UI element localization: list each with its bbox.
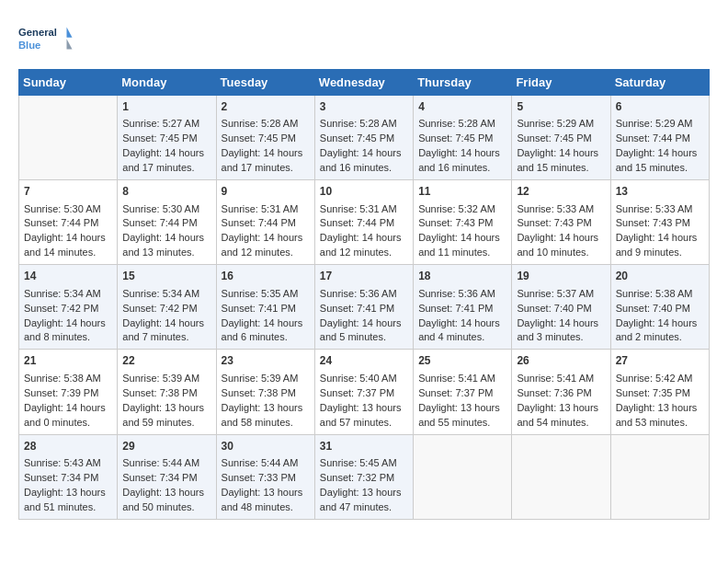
day-info: Sunset: 7:44 PM <box>616 132 704 146</box>
day-info: Sunrise: 5:31 AM <box>320 202 408 217</box>
calendar-cell: 12Sunrise: 5:33 AMSunset: 7:43 PMDayligh… <box>512 180 610 265</box>
day-info: and 54 minutes. <box>517 416 605 431</box>
day-info: and 6 minutes. <box>222 330 310 345</box>
calendar-cell: 9Sunrise: 5:31 AMSunset: 7:44 PMDaylight… <box>216 180 314 265</box>
day-info: and 12 minutes. <box>320 246 408 260</box>
weekday-header: Sunday <box>19 70 118 96</box>
weekday-header: Thursday <box>414 70 512 96</box>
day-info: Sunrise: 5:33 AM <box>517 202 605 217</box>
day-info: and 51 minutes. <box>24 500 112 515</box>
day-number: 4 <box>418 99 506 115</box>
day-info: Sunset: 7:41 PM <box>320 302 408 316</box>
logo: General Blue <box>18 18 74 60</box>
day-info: Sunset: 7:43 PM <box>418 216 506 231</box>
svg-text:General: General <box>18 27 57 38</box>
calendar-cell: 24Sunrise: 5:40 AMSunset: 7:37 PMDayligh… <box>314 350 413 434</box>
day-info: Daylight: 13 hours <box>616 401 704 416</box>
calendar-week-row: 14Sunrise: 5:34 AMSunset: 7:42 PMDayligh… <box>19 265 710 350</box>
calendar-cell: 26Sunrise: 5:41 AMSunset: 7:36 PMDayligh… <box>512 350 610 434</box>
calendar-cell: 16Sunrise: 5:35 AMSunset: 7:41 PMDayligh… <box>216 265 314 350</box>
day-info: and 59 minutes. <box>122 416 210 431</box>
day-info: Sunrise: 5:30 AM <box>122 202 210 217</box>
calendar-cell: 28Sunrise: 5:43 AMSunset: 7:34 PMDayligh… <box>19 434 118 519</box>
calendar-cell: 31Sunrise: 5:45 AMSunset: 7:32 PMDayligh… <box>314 434 413 519</box>
day-info: and 0 minutes. <box>24 416 112 431</box>
day-info: Sunrise: 5:28 AM <box>320 117 408 132</box>
page-header: General Blue <box>18 18 710 60</box>
day-info: Sunset: 7:45 PM <box>418 132 506 146</box>
day-info: and 2 minutes. <box>616 330 704 345</box>
day-number: 9 <box>222 184 310 200</box>
day-number: 6 <box>616 99 704 115</box>
day-info: Sunset: 7:41 PM <box>418 302 506 316</box>
calendar-cell: 18Sunrise: 5:36 AMSunset: 7:41 PMDayligh… <box>414 265 512 350</box>
day-info: Sunset: 7:45 PM <box>320 132 408 146</box>
day-info: Daylight: 14 hours <box>517 231 605 246</box>
day-info: Sunrise: 5:33 AM <box>616 202 704 217</box>
day-info: Daylight: 14 hours <box>24 316 112 331</box>
day-info: and 55 minutes. <box>418 416 506 431</box>
day-info: Daylight: 14 hours <box>418 146 506 161</box>
day-info: and 5 minutes. <box>320 330 408 345</box>
day-info: Sunrise: 5:38 AM <box>616 287 704 302</box>
calendar-cell <box>610 434 709 519</box>
day-info: and 53 minutes. <box>616 416 704 431</box>
day-info: Daylight: 13 hours <box>222 486 310 500</box>
weekday-header: Wednesday <box>314 70 413 96</box>
day-info: Daylight: 14 hours <box>122 146 210 161</box>
day-number: 1 <box>122 99 210 115</box>
calendar-cell: 14Sunrise: 5:34 AMSunset: 7:42 PMDayligh… <box>19 265 118 350</box>
day-info: and 50 minutes. <box>122 500 210 515</box>
day-info: Sunrise: 5:43 AM <box>24 456 112 471</box>
day-number: 10 <box>320 184 408 200</box>
day-number: 28 <box>24 439 112 454</box>
svg-marker-2 <box>67 27 73 37</box>
calendar-cell: 13Sunrise: 5:33 AMSunset: 7:43 PMDayligh… <box>610 180 709 265</box>
day-number: 17 <box>320 269 408 284</box>
day-info: Sunset: 7:40 PM <box>616 302 704 316</box>
day-number: 20 <box>616 269 704 284</box>
day-info: Daylight: 14 hours <box>517 146 605 161</box>
day-info: Daylight: 14 hours <box>222 231 310 246</box>
day-info: Sunrise: 5:42 AM <box>616 372 704 386</box>
day-number: 7 <box>24 184 112 200</box>
day-info: Sunset: 7:32 PM <box>320 471 408 486</box>
svg-text:Blue: Blue <box>18 40 40 51</box>
day-info: Sunset: 7:44 PM <box>122 216 210 231</box>
day-info: Sunset: 7:34 PM <box>24 471 112 486</box>
day-info: Daylight: 14 hours <box>122 231 210 246</box>
day-number: 5 <box>517 99 605 115</box>
day-number: 2 <box>222 99 310 115</box>
day-info: Sunrise: 5:38 AM <box>24 372 112 386</box>
day-number: 25 <box>418 353 506 369</box>
calendar-cell: 20Sunrise: 5:38 AMSunset: 7:40 PMDayligh… <box>610 265 709 350</box>
day-info: Sunrise: 5:44 AM <box>222 456 310 471</box>
day-info: Sunset: 7:33 PM <box>222 471 310 486</box>
day-info: Sunset: 7:36 PM <box>517 386 605 401</box>
day-info: Sunrise: 5:29 AM <box>517 117 605 132</box>
day-info: and 17 minutes. <box>122 161 210 176</box>
day-number: 27 <box>616 353 704 369</box>
calendar-cell: 29Sunrise: 5:44 AMSunset: 7:34 PMDayligh… <box>118 434 216 519</box>
day-info: and 15 minutes. <box>616 161 704 176</box>
day-info: Sunrise: 5:35 AM <box>222 287 310 302</box>
day-info: and 58 minutes. <box>222 416 310 431</box>
day-info: Sunset: 7:44 PM <box>222 216 310 231</box>
calendar-cell: 1Sunrise: 5:27 AMSunset: 7:45 PMDaylight… <box>118 96 216 180</box>
calendar-cell <box>414 434 512 519</box>
day-number: 30 <box>222 439 310 454</box>
day-number: 14 <box>24 269 112 284</box>
day-info: and 15 minutes. <box>517 161 605 176</box>
calendar-cell: 11Sunrise: 5:32 AMSunset: 7:43 PMDayligh… <box>414 180 512 265</box>
logo-svg: General Blue <box>18 18 74 60</box>
day-info: Sunrise: 5:39 AM <box>122 372 210 386</box>
day-info: Sunset: 7:38 PM <box>122 386 210 401</box>
day-info: Daylight: 14 hours <box>320 231 408 246</box>
calendar-cell: 10Sunrise: 5:31 AMSunset: 7:44 PMDayligh… <box>314 180 413 265</box>
calendar-cell: 6Sunrise: 5:29 AMSunset: 7:44 PMDaylight… <box>610 96 709 180</box>
day-info: and 10 minutes. <box>517 246 605 260</box>
day-info: Daylight: 14 hours <box>24 231 112 246</box>
day-info: Sunset: 7:34 PM <box>122 471 210 486</box>
calendar-cell: 17Sunrise: 5:36 AMSunset: 7:41 PMDayligh… <box>314 265 413 350</box>
day-number: 15 <box>122 269 210 284</box>
